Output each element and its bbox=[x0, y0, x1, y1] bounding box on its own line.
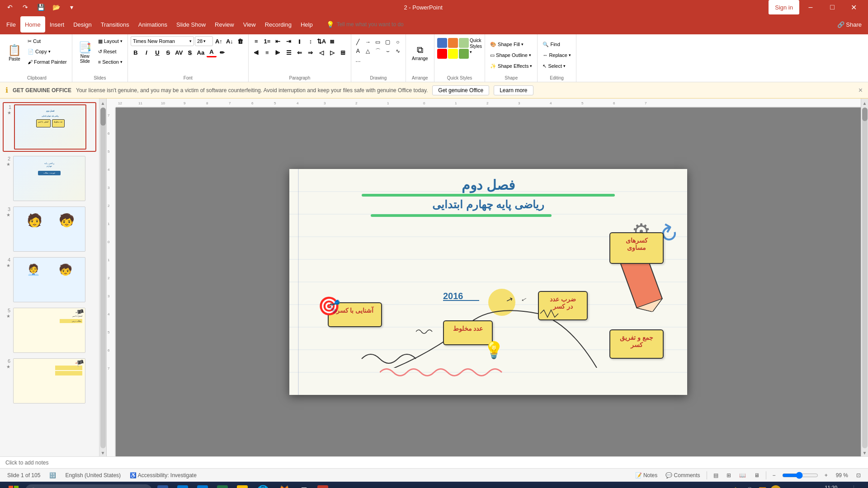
menu-help[interactable]: Help bbox=[296, 16, 317, 33]
italic-button[interactable]: I bbox=[142, 47, 151, 57]
smartart-button[interactable]: ⊞ bbox=[338, 47, 348, 57]
taskbar-app-powerpoint[interactable]: P bbox=[314, 483, 332, 488]
font-increase-button[interactable]: A↑ bbox=[214, 36, 224, 46]
shape-fill-dropdown[interactable]: ▾ bbox=[521, 42, 524, 47]
slide-canvas[interactable]: فصل دوم ریاضی پایه چهارم ابتدایی ⚙ bbox=[289, 169, 687, 395]
slide-preview-6[interactable]: 🏴 درس اول bbox=[13, 358, 85, 404]
taskbar-app-firefox[interactable]: 🦊 bbox=[274, 483, 294, 488]
text-highlight-button[interactable]: ✏ bbox=[217, 47, 227, 57]
text-direction-button[interactable]: ⇅A bbox=[316, 36, 326, 46]
tray-notifications[interactable]: 🔔 bbox=[730, 485, 741, 488]
shape-effects-dropdown[interactable]: ▾ bbox=[530, 64, 532, 68]
cut-button[interactable]: ✂ Cut bbox=[25, 36, 69, 46]
scroll-down-btn[interactable]: ▼ bbox=[101, 449, 105, 456]
taskbar-app-word[interactable]: W bbox=[154, 483, 172, 488]
start-button[interactable] bbox=[4, 483, 24, 488]
slide-preview-5[interactable]: 🏴 فصل دوم آشنایی با کسر مطالب درس bbox=[13, 308, 85, 353]
notes-btn[interactable]: 📝 Notes bbox=[633, 471, 660, 479]
shape-outline-dropdown[interactable]: ▾ bbox=[529, 53, 531, 57]
slide-thumb-4[interactable]: 4 ★ 🧑‍💼 🧒 bbox=[3, 256, 96, 304]
slide-thumb-6[interactable]: 6 ★ 🏴 درس اول bbox=[3, 357, 96, 405]
menu-view[interactable]: View bbox=[239, 16, 260, 33]
sign-in-button[interactable]: Sign in bbox=[769, 0, 799, 14]
shape-fill-button[interactable]: 🎨 Shape Fill ▾ bbox=[488, 39, 526, 49]
restore-button[interactable]: □ bbox=[822, 0, 843, 14]
shape-more[interactable]: … bbox=[354, 56, 362, 64]
font-color-button[interactable]: A bbox=[207, 47, 217, 57]
taskbar-app-excel[interactable]: X bbox=[213, 483, 231, 488]
right-scroll-thumb[interactable] bbox=[862, 108, 868, 121]
align-text-button[interactable]: ≣ bbox=[327, 36, 337, 46]
style-btn-4[interactable] bbox=[437, 49, 447, 59]
accessibility-btn[interactable]: ♿ Accessibility: Investigate bbox=[128, 471, 198, 479]
paste-button[interactable]: 📋 Paste bbox=[5, 36, 24, 70]
find-button[interactable]: 🔍 Find bbox=[540, 39, 562, 49]
close-button[interactable]: ✕ bbox=[844, 0, 864, 14]
indent-dec-button[interactable]: ◁ bbox=[316, 47, 326, 57]
shape-textbox[interactable]: A bbox=[354, 47, 362, 55]
layout-dropdown[interactable]: ▾ bbox=[120, 39, 123, 43]
taskbar-app-files[interactable]: 📁 bbox=[233, 483, 251, 488]
style-btn-5[interactable] bbox=[448, 49, 458, 59]
shape-connector[interactable]: ⌒ bbox=[374, 47, 382, 55]
open-button[interactable]: 📂 bbox=[50, 1, 62, 14]
menu-slideshow[interactable]: Slide Show bbox=[172, 16, 210, 33]
customize-qa-button[interactable]: ▾ bbox=[65, 1, 78, 14]
line-spacing-button[interactable]: ↕ bbox=[306, 36, 316, 46]
increase-indent-button[interactable]: ⇥ bbox=[284, 36, 294, 46]
undo-button[interactable]: ↶ bbox=[4, 1, 16, 14]
align-right-button[interactable]: ⫸ bbox=[273, 47, 283, 57]
fit-slide-btn[interactable]: ⊡ bbox=[854, 471, 863, 479]
copy-button[interactable]: 📄 Copy ▾ bbox=[25, 47, 69, 56]
select-dropdown[interactable]: ▾ bbox=[563, 64, 566, 68]
view-presenter-btn[interactable]: 🖥 bbox=[752, 471, 761, 479]
shape-arrow[interactable]: → bbox=[364, 38, 372, 46]
columns-button[interactable]: ⫿ bbox=[295, 36, 305, 46]
menu-transitions[interactable]: Transitions bbox=[96, 16, 134, 33]
slide-preview-4[interactable]: 🧑‍💼 🧒 bbox=[13, 257, 85, 302]
style-btn-1[interactable] bbox=[437, 38, 447, 48]
view-sorter-btn[interactable]: ⊞ bbox=[725, 471, 733, 479]
taskbar-app-generic[interactable]: 🖥 bbox=[296, 483, 312, 488]
shape-line[interactable]: ╱ bbox=[354, 38, 362, 46]
shape-effects-button[interactable]: ✨ Shape Effects ▾ bbox=[488, 61, 534, 71]
menu-recording[interactable]: Recording bbox=[260, 16, 296, 33]
zoom-level[interactable]: 99 % bbox=[834, 471, 850, 479]
replace-button[interactable]: ↔ Replace ▾ bbox=[540, 50, 573, 60]
select-button[interactable]: ↖ Select ▾ bbox=[540, 61, 568, 71]
indent-inc-button[interactable]: ▷ bbox=[327, 47, 337, 57]
font-size-dropdown[interactable]: 28 ▾ bbox=[195, 36, 213, 46]
notification-close-button[interactable]: × bbox=[859, 86, 863, 94]
align-center-button[interactable]: ≡ bbox=[262, 47, 272, 57]
numbering-button[interactable]: 1≡ bbox=[262, 36, 272, 46]
clear-format-button[interactable]: 🗑 bbox=[236, 36, 245, 46]
right-scroll-down[interactable]: ▼ bbox=[863, 449, 867, 456]
taskbar-search-input[interactable]: 🔍 Type here to search bbox=[25, 484, 152, 488]
decrease-indent-button[interactable]: ⇤ bbox=[273, 36, 283, 46]
shape-rect[interactable]: ▭ bbox=[374, 38, 382, 46]
comments-btn[interactable]: 💬 Comments bbox=[664, 471, 702, 479]
get-genuine-button[interactable]: Get genuine Office bbox=[432, 85, 489, 95]
justify-button[interactable]: ☰ bbox=[284, 47, 294, 57]
share-button[interactable]: 🔗 Share bbox=[833, 16, 866, 33]
align-left-button[interactable]: ⫷ bbox=[251, 47, 261, 57]
slide-preview-1[interactable]: فصل دوم ریاضی پایه چهارم ابتدایی آشنایی … bbox=[14, 104, 86, 150]
slide-preview-3[interactable]: 🧑 🧒 bbox=[13, 206, 85, 252]
bold-button[interactable]: B bbox=[131, 47, 141, 57]
underline-button[interactable]: U bbox=[152, 47, 162, 57]
minimize-button[interactable]: – bbox=[800, 0, 821, 14]
replace-dropdown[interactable]: ▾ bbox=[569, 53, 571, 57]
format-painter-button[interactable]: 🖌 Format Painter bbox=[25, 57, 69, 67]
change-case-button[interactable]: Aa bbox=[196, 47, 206, 57]
taskbar-app-chrome[interactable]: 🌐 bbox=[253, 483, 273, 488]
shape-triangle[interactable]: △ bbox=[364, 47, 372, 55]
zoom-in-btn[interactable]: + bbox=[823, 471, 830, 479]
char-spacing-button[interactable]: AV bbox=[174, 47, 184, 57]
shape-arc[interactable]: ⌣ bbox=[384, 47, 392, 55]
tray-volume[interactable]: 🔊 bbox=[743, 485, 754, 488]
menu-review[interactable]: Review bbox=[210, 16, 239, 33]
learn-more-button[interactable]: Learn more bbox=[494, 85, 533, 95]
layout-button[interactable]: ▦ Layout ▾ bbox=[96, 36, 125, 46]
zoom-out-btn[interactable]: − bbox=[771, 471, 778, 479]
scroll-thumb[interactable] bbox=[100, 108, 106, 126]
